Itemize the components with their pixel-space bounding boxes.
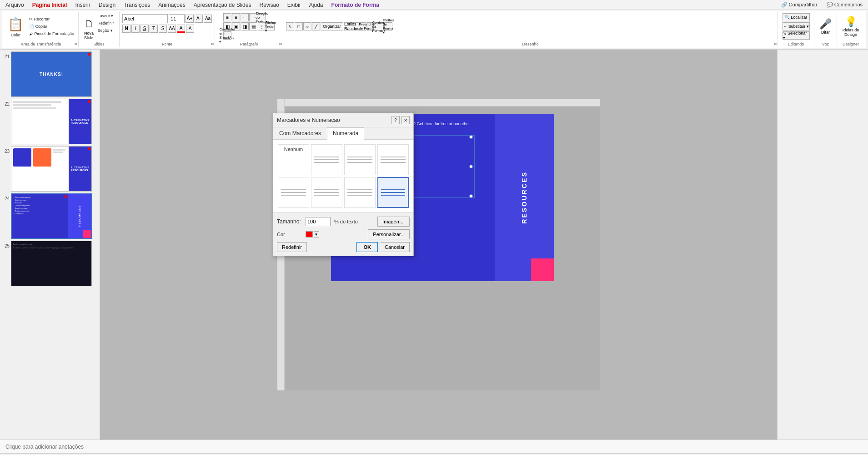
numbering-btn[interactable]: ≡ — [232, 13, 240, 21]
dictate-label: Ditar — [821, 30, 830, 35]
paragraph-expand[interactable]: ⧉ — [279, 42, 282, 46]
redefine-slide-button[interactable]: Redefinir — [96, 20, 115, 26]
share-button[interactable]: 🔗 Compartilhar — [778, 1, 821, 9]
color-swatch[interactable] — [306, 231, 313, 238]
spacing-btn[interactable]: AĀ — [168, 25, 176, 33]
status-bar: Slide 24 de 36 | Inglês (Estados Unidos)… — [0, 453, 868, 455]
replace-btn[interactable]: ↔ Substituir ▾ — [783, 22, 810, 30]
align-text-btn[interactable]: Alinhar Texto ▾ — [266, 22, 275, 30]
font-label: Fonte — [120, 42, 215, 46]
increase-font-btn[interactable]: A+ — [186, 15, 194, 23]
menu-formato-forma[interactable]: Formato de Forma — [328, 1, 383, 9]
font-size-input[interactable] — [169, 14, 185, 23]
new-slide-button[interactable]: 🗋 — [83, 17, 95, 31]
change-case-btn[interactable]: Aa — [204, 15, 212, 23]
shadow-btn[interactable]: S — [159, 25, 167, 33]
menu-inserir[interactable]: Inserir — [71, 1, 94, 9]
shape-line-btn[interactable]: ╱ — [312, 22, 320, 30]
strikethrough-btn[interactable]: T — [150, 25, 158, 33]
dialog-controls: ? ✕ — [391, 116, 410, 124]
select-btn[interactable]: ↘ Selecionar ▾ — [783, 31, 810, 40]
section-button[interactable]: Seção ▾ — [96, 27, 115, 34]
highlight-btn[interactable]: A — [186, 25, 194, 33]
new-slide-label: NovaSlide — [84, 31, 94, 40]
format-painter-button[interactable]: 🖌 Pincel de Formatação — [28, 30, 75, 37]
bullet-lines-4 — [281, 189, 306, 196]
bold-btn[interactable]: N — [122, 25, 130, 33]
dialog-footer: Tamanho: % do texto Imagem... Cor ▼ Pers… — [273, 212, 413, 256]
bullet-lines-5 — [314, 189, 339, 196]
slide-frame-21[interactable]: THANKS! — [11, 51, 92, 97]
shape-oval-btn[interactable]: ○ — [303, 22, 311, 30]
designer-label: Designer — [837, 42, 864, 46]
smartart-btn[interactable]: Converter em SmartArt ▾ — [223, 31, 231, 40]
color-dropdown-btn[interactable]: ▼ — [314, 231, 319, 238]
underline-btn[interactable]: S — [140, 25, 149, 33]
drawing-expand[interactable]: ⧉ — [774, 42, 777, 46]
bullets-btn[interactable]: ≡ — [223, 13, 231, 21]
paste-button[interactable]: 📋 — [6, 16, 25, 33]
bullet-option-6[interactable] — [344, 177, 376, 208]
align-right-btn[interactable]: ◨ — [241, 22, 249, 30]
ok-button[interactable]: OK — [356, 242, 378, 252]
image-button[interactable]: Imagem... — [377, 217, 410, 227]
slide-thumb-22: 22 ALTERNATIVERESOURCES — [2, 99, 98, 144]
font-color-btn[interactable]: A — [177, 25, 185, 33]
bullets-numbering-dialog: Marcadores e Numeração ? ✕ Com Marcadore… — [273, 113, 414, 256]
comments-button[interactable]: 💬 Comentários — [823, 1, 866, 9]
copy-button[interactable]: 📄 Copiar — [28, 23, 75, 30]
menu-arquivo[interactable]: Arquivo — [2, 1, 28, 9]
tab-numerada[interactable]: Numerada — [327, 127, 364, 140]
effects-btn[interactable]: Efeitos de Forma ▾ — [384, 22, 392, 30]
menu-apresentacao[interactable]: Apresentação de Slides — [190, 1, 255, 9]
bullet-option-3[interactable] — [377, 144, 409, 175]
arrange-btn[interactable]: Organizar — [321, 22, 343, 30]
clipboard-expand[interactable]: ⧉ — [75, 42, 77, 46]
dialog-close-btn[interactable]: ✕ — [401, 116, 410, 124]
dialog-body: Nenhum — [273, 140, 413, 212]
size-input[interactable] — [306, 217, 331, 226]
bullet-option-none[interactable]: Nenhum — [278, 144, 309, 175]
menu-exibir[interactable]: Exibir — [284, 1, 305, 9]
cut-button[interactable]: ✂ Recortar — [28, 16, 75, 22]
dialog-tabs: Com Marcadores Numerada — [273, 127, 413, 140]
redefine-button[interactable]: Redefinir — [277, 242, 307, 252]
find-btn[interactable]: 🔍 Localizar — [783, 13, 810, 21]
slide-frame-24[interactable]: • Video conferencing • Meet our team • E… — [11, 193, 92, 239]
justify-btn[interactable]: ▤ — [249, 22, 257, 30]
cancel-button[interactable]: Cancelar — [380, 242, 410, 252]
canvas-area: Did you like the resources on this templ… — [100, 50, 777, 440]
notes-placeholder: Clique para adicionar anotações — [5, 444, 84, 450]
italic-btn[interactable]: I — [131, 25, 140, 33]
menu-design[interactable]: Design — [95, 1, 119, 9]
layout-button[interactable]: Layout ▾ — [96, 13, 115, 19]
slide-frame-22[interactable]: ALTERNATIVERESOURCES — [11, 99, 92, 144]
decrease-indent-btn[interactable]: ← — [241, 13, 249, 21]
shape-arrow-btn[interactable]: ↖ — [286, 22, 294, 30]
drawing-label: Desenho — [283, 42, 778, 46]
bullet-option-4[interactable] — [278, 177, 309, 208]
font-name-input[interactable] — [122, 14, 168, 23]
menu-animacoes[interactable]: Animações — [155, 1, 189, 9]
decrease-font-btn[interactable]: A- — [195, 15, 203, 23]
menu-ajuda[interactable]: Ajuda — [306, 1, 327, 9]
dialog-help-btn[interactable]: ? — [391, 116, 400, 124]
bullet-option-2[interactable] — [344, 144, 376, 175]
bullet-option-7-selected[interactable] — [377, 177, 409, 208]
tab-com-marcadores[interactable]: Com Marcadores — [273, 127, 327, 139]
bullet-option-5[interactable] — [311, 177, 342, 208]
font-expand[interactable]: ⧉ — [211, 42, 214, 46]
editing-label: Editando — [778, 42, 814, 46]
slide-num-24: 24 — [2, 193, 11, 201]
dialog-right-buttons: OK Cancelar — [356, 242, 410, 252]
menu-revisao[interactable]: Revisão — [256, 1, 282, 9]
shape-rect-btn[interactable]: □ — [295, 22, 303, 30]
bullet-lines-7 — [381, 189, 405, 196]
slide-frame-23[interactable]: ALTERNATIVERESOURCES — [11, 146, 92, 192]
menu-pagina-inicial[interactable]: Página Inicial — [29, 1, 71, 9]
bullet-option-1[interactable] — [311, 144, 342, 175]
menu-transicoes[interactable]: Transições — [120, 1, 154, 9]
notes-area[interactable]: Clique para adicionar anotações — [0, 440, 868, 453]
customize-button[interactable]: Personalizar... — [368, 229, 410, 239]
slide-frame-25[interactable]: Instructions for use In order to use thi… — [11, 241, 92, 286]
